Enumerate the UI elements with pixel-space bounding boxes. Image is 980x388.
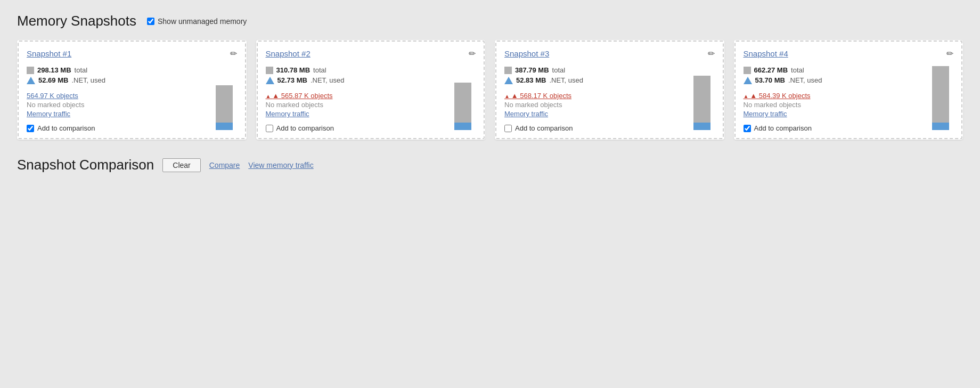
net-mb-value-3: 52.83 MB [516, 76, 546, 84]
card-info-4: 662.27 MB total 53.70 MB .NET, used ▲ 58… [744, 66, 924, 132]
net-memory-icon-2 [266, 77, 274, 84]
net-mb-value-2: 52.73 MB [277, 76, 307, 84]
card-header-3: Snapshot #3 ✏ [504, 48, 715, 59]
total-mb-value-4: 662.27 MB [754, 66, 788, 74]
card-header-4: Snapshot #4 ✏ [744, 48, 954, 59]
snapshot-link-3[interactable]: Snapshot #3 [504, 49, 549, 58]
total-memory-row-2: 310.78 MB total [266, 66, 446, 74]
net-memory-row-2: 52.73 MB .NET, used [266, 76, 446, 84]
total-mb-value-2: 310.78 MB [276, 66, 311, 74]
net-memory-row-3: 52.83 MB .NET, used [504, 76, 685, 84]
bar-blue-1 [216, 123, 233, 130]
card-body-4: 662.27 MB total 53.70 MB .NET, used ▲ 58… [744, 66, 954, 132]
objects-link-3[interactable]: ▲ 568.17 K objects [504, 92, 685, 100]
bar-blue-2 [454, 123, 471, 130]
card-body-1: 298.13 MB total 52.69 MB .NET, used 564.… [27, 66, 237, 132]
card-info-2: 310.78 MB total 52.73 MB .NET, used ▲ 56… [266, 66, 446, 132]
snapshot-card-1: Snapshot #1 ✏ 298.13 MB total 52.69 MB .… [17, 40, 247, 140]
objects-link-2[interactable]: ▲ 565.87 K objects [266, 92, 446, 100]
show-unmanaged-checkbox[interactable] [147, 18, 154, 25]
card-chart-2 [450, 66, 476, 130]
no-marked-1: No marked objects [27, 101, 207, 109]
card-header-1: Snapshot #1 ✏ [27, 48, 237, 59]
net-label-4: .NET, used [788, 76, 822, 84]
page-title: Memory Snapshots [17, 13, 136, 29]
net-mb-value-1: 52.69 MB [38, 76, 68, 84]
show-unmanaged-label[interactable]: Show unmanaged memory [147, 17, 247, 26]
net-memory-icon-4 [744, 77, 752, 84]
add-comparison-checkbox-2[interactable] [266, 125, 273, 132]
add-comparison-row-1[interactable]: Add to comparison [27, 124, 207, 132]
total-memory-icon-2 [266, 67, 273, 74]
traffic-link-4[interactable]: Memory traffic [744, 110, 924, 118]
snapshot-link-2[interactable]: Snapshot #2 [266, 49, 311, 58]
total-label-4: total [791, 66, 804, 74]
bar-container-3 [693, 66, 710, 130]
card-header-2: Snapshot #2 ✏ [266, 48, 476, 59]
total-memory-row-3: 387.79 MB total [504, 66, 685, 74]
snapshot-link-1[interactable]: Snapshot #1 [27, 49, 71, 58]
pencil-icon-4[interactable]: ✏ [946, 48, 953, 59]
traffic-link-1[interactable]: Memory traffic [27, 110, 207, 118]
add-comparison-row-2[interactable]: Add to comparison [266, 124, 446, 132]
total-memory-icon-1 [27, 67, 34, 74]
compare-link[interactable]: Compare [209, 161, 240, 169]
net-label-3: .NET, used [549, 76, 583, 84]
add-comparison-label-1: Add to comparison [37, 124, 95, 132]
pencil-icon-3[interactable]: ✏ [708, 48, 715, 59]
add-comparison-checkbox-1[interactable] [27, 125, 34, 132]
no-marked-3: No marked objects [504, 101, 685, 109]
snapshot-comparison-section: Snapshot Comparison Clear Compare View m… [17, 157, 963, 173]
card-info-1: 298.13 MB total 52.69 MB .NET, used 564.… [27, 66, 207, 132]
snapshot-card-4: Snapshot #4 ✏ 662.27 MB total 53.70 MB .… [734, 40, 963, 140]
no-marked-4: No marked objects [744, 101, 924, 109]
bar-blue-4 [932, 123, 949, 130]
objects-link-1[interactable]: 564.97 K objects [27, 92, 207, 100]
add-comparison-row-3[interactable]: Add to comparison [504, 124, 685, 132]
total-memory-icon-3 [504, 67, 512, 74]
clear-button[interactable]: Clear [162, 158, 200, 172]
view-traffic-link[interactable]: View memory traffic [248, 161, 313, 169]
comparison-header: Snapshot Comparison Clear Compare View m… [17, 157, 963, 173]
bar-container-2 [454, 66, 471, 130]
snapshots-grid: Snapshot #1 ✏ 298.13 MB total 52.69 MB .… [17, 40, 963, 140]
net-memory-icon-1 [27, 77, 35, 84]
bar-gray-2 [454, 83, 471, 123]
traffic-link-2[interactable]: Memory traffic [266, 110, 446, 118]
total-memory-row-1: 298.13 MB total [27, 66, 207, 74]
no-marked-2: No marked objects [266, 101, 446, 109]
total-memory-icon-4 [744, 67, 751, 74]
net-memory-row-1: 52.69 MB .NET, used [27, 76, 207, 84]
net-memory-icon-3 [504, 77, 513, 84]
add-comparison-label-4: Add to comparison [754, 124, 812, 132]
card-info-3: 387.79 MB total 52.83 MB .NET, used ▲ 56… [504, 66, 685, 132]
bar-gray-3 [693, 76, 710, 123]
total-mb-value-1: 298.13 MB [37, 66, 71, 74]
card-chart-1 [211, 66, 237, 130]
total-label-1: total [75, 66, 88, 74]
card-chart-3 [689, 66, 715, 130]
total-label-2: total [313, 66, 326, 74]
comparison-title: Snapshot Comparison [17, 157, 154, 173]
bar-gray-1 [216, 85, 233, 123]
pencil-icon-2[interactable]: ✏ [469, 48, 476, 59]
snapshot-card-3: Snapshot #3 ✏ 387.79 MB total 52.83 MB .… [495, 40, 724, 140]
net-label-2: .NET, used [311, 76, 345, 84]
card-chart-4 [928, 66, 953, 130]
card-body-2: 310.78 MB total 52.73 MB .NET, used ▲ 56… [266, 66, 476, 132]
page-header: Memory Snapshots Show unmanaged memory [17, 13, 963, 29]
net-label-1: .NET, used [71, 76, 105, 84]
total-mb-value-3: 387.79 MB [515, 66, 549, 74]
bar-gray-4 [932, 66, 949, 123]
add-comparison-checkbox-3[interactable] [504, 125, 512, 132]
total-label-3: total [552, 66, 566, 74]
add-comparison-label-2: Add to comparison [276, 124, 334, 132]
bar-container-1 [216, 66, 233, 130]
pencil-icon-1[interactable]: ✏ [230, 48, 237, 59]
add-comparison-checkbox-4[interactable] [744, 125, 751, 132]
total-memory-row-4: 662.27 MB total [744, 66, 924, 74]
objects-link-4[interactable]: ▲ 584.39 K objects [744, 92, 924, 100]
snapshot-link-4[interactable]: Snapshot #4 [744, 49, 788, 58]
traffic-link-3[interactable]: Memory traffic [504, 110, 685, 118]
add-comparison-row-4[interactable]: Add to comparison [744, 124, 924, 132]
